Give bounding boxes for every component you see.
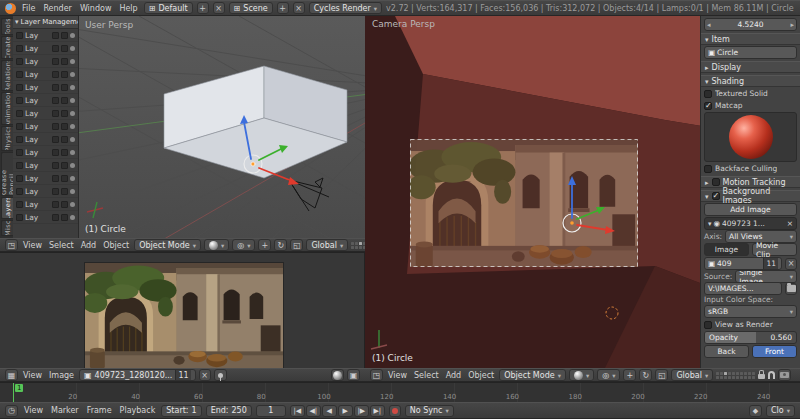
- users-count-button[interactable]: 11: [763, 258, 778, 269]
- playback-button-5[interactable]: ▶|: [370, 405, 385, 417]
- filepath-field[interactable]: V:\IMAGES...: [704, 282, 782, 295]
- menu-select[interactable]: Select: [412, 371, 441, 380]
- manipulator-scale-button[interactable]: [290, 239, 303, 251]
- layer-toggle-icon[interactable]: [16, 84, 23, 91]
- layer-toggle-icon[interactable]: [16, 136, 23, 143]
- layer-row[interactable]: Lay: [13, 55, 78, 68]
- layer-render-icon[interactable]: [61, 84, 68, 91]
- unlink-image-button[interactable]: ×: [199, 369, 211, 381]
- orientation-dropdown[interactable]: Global: [306, 239, 348, 251]
- editor-type-image-icon[interactable]: [5, 369, 18, 381]
- menu-image[interactable]: Image: [47, 371, 76, 380]
- layer-dot-icon[interactable]: [70, 176, 75, 181]
- layer-dot-icon[interactable]: [70, 46, 75, 51]
- layer-row[interactable]: Lay: [13, 133, 78, 146]
- panel-shading-header[interactable]: Shading: [701, 75, 800, 87]
- menu-add[interactable]: Add: [79, 241, 99, 250]
- layer-dot-icon[interactable]: [70, 72, 75, 77]
- layer-dot-icon[interactable]: [70, 137, 75, 142]
- layer-render-icon[interactable]: [61, 149, 68, 156]
- layer-visibility-icon[interactable]: [52, 45, 59, 52]
- layer-dot-icon[interactable]: [70, 98, 75, 103]
- layer-visibility-icon[interactable]: [52, 84, 59, 91]
- add-scene-button[interactable]: +: [277, 2, 289, 14]
- layer-row[interactable]: Lay: [13, 159, 78, 172]
- viewport-shading-dropdown[interactable]: [204, 239, 229, 251]
- layer-toggle-icon[interactable]: [16, 214, 23, 221]
- layer-row[interactable]: Lay: [13, 146, 78, 159]
- layer-dot-icon[interactable]: [70, 189, 75, 194]
- layer-toggle-icon[interactable]: [16, 45, 23, 52]
- timeline-ruler[interactable]: 20406080100120140160180200220240 1: [0, 382, 800, 402]
- manipulator-translate-button[interactable]: [258, 239, 271, 251]
- layer-dots[interactable]: [351, 242, 365, 249]
- toolshelf-tab-physics[interactable]: Physics: [1, 126, 13, 151]
- menu-view[interactable]: View: [21, 371, 44, 380]
- layer-visibility-icon[interactable]: [52, 97, 59, 104]
- layer-visibility-icon[interactable]: [52, 110, 59, 117]
- playback-button-1[interactable]: ◀|: [306, 405, 321, 417]
- menu-select[interactable]: Select: [47, 241, 76, 250]
- layer-row[interactable]: Lay: [13, 172, 78, 185]
- keying-icon[interactable]: [749, 405, 762, 417]
- layer-visibility-icon[interactable]: [52, 32, 59, 39]
- channel-rgb-button[interactable]: [331, 369, 344, 381]
- layer-dot-icon[interactable]: [70, 215, 75, 220]
- screen-layout-dropdown[interactable]: Default: [144, 2, 193, 14]
- menu-frame[interactable]: Frame: [85, 406, 114, 415]
- menu-marker[interactable]: Marker: [49, 406, 81, 415]
- layer-toggle-icon[interactable]: [16, 188, 23, 195]
- manipulator-rotate-button[interactable]: [639, 369, 652, 381]
- remove-entry-button[interactable]: ×: [787, 219, 793, 228]
- backface-culling-checkbox[interactable]: [704, 165, 712, 173]
- image-datablock-selector[interactable]: 409723_1280120... 11: [79, 369, 196, 381]
- dimension-field[interactable]: 4.5240: [704, 18, 797, 31]
- tab-image[interactable]: Image: [704, 243, 749, 256]
- display-channels-button[interactable]: [347, 369, 360, 381]
- playback-button-4[interactable]: |▶: [354, 405, 369, 417]
- layer-visibility-icon[interactable]: [52, 123, 59, 130]
- layer-toggle-icon[interactable]: [16, 71, 23, 78]
- textured-solid-checkbox[interactable]: [704, 90, 712, 98]
- delete-screen-button[interactable]: ×: [213, 2, 225, 14]
- layer-visibility-icon[interactable]: [52, 136, 59, 143]
- layer-row[interactable]: Lay: [13, 211, 78, 224]
- layer-toggle-icon[interactable]: [16, 110, 23, 117]
- layer-render-icon[interactable]: [61, 58, 68, 65]
- layer-render-icon[interactable]: [61, 214, 68, 221]
- layer-render-icon[interactable]: [61, 136, 68, 143]
- layer-dots[interactable]: [716, 372, 755, 379]
- editor-type-timeline-icon[interactable]: [5, 405, 18, 417]
- layer-render-icon[interactable]: [61, 162, 68, 169]
- image-datablock-field[interactable]: 409 11: [704, 257, 782, 270]
- layer-management-header[interactable]: Layer Management: [13, 16, 78, 29]
- layer-render-icon[interactable]: [61, 45, 68, 52]
- layer-toggle-icon[interactable]: [16, 123, 23, 130]
- layer-row[interactable]: Lay: [13, 94, 78, 107]
- background-image-entry[interactable]: 409723 1... ×: [704, 217, 797, 230]
- panel-background-images-header[interactable]: Background Images: [701, 190, 800, 202]
- layer-toggle-icon[interactable]: [16, 97, 23, 104]
- toolshelf-tab-misc[interactable]: Misc: [1, 220, 13, 236]
- manipulator-rotate-button[interactable]: [274, 239, 287, 251]
- open-file-button[interactable]: [785, 283, 797, 295]
- layer-row[interactable]: Lay: [13, 42, 78, 55]
- delete-scene-button[interactable]: ×: [293, 2, 305, 14]
- layer-row[interactable]: Lay: [13, 68, 78, 81]
- layer-toggle-icon[interactable]: [16, 175, 23, 182]
- layer-visibility-icon[interactable]: [52, 58, 59, 65]
- toolshelf-tab-animation[interactable]: Animation: [1, 92, 13, 125]
- menu-window[interactable]: Window: [78, 4, 114, 13]
- layer-render-icon[interactable]: [61, 97, 68, 104]
- render-opengl-button[interactable]: [778, 369, 791, 381]
- mode-dropdown[interactable]: Object Mode: [134, 239, 201, 251]
- front-button[interactable]: Front: [752, 345, 797, 358]
- add-image-button[interactable]: Add Image: [704, 203, 797, 216]
- view-as-render-checkbox[interactable]: [704, 321, 712, 329]
- layer-dot-icon[interactable]: [70, 85, 75, 90]
- start-frame-field[interactable]: Start: 1: [161, 405, 201, 417]
- users-count-button[interactable]: 11: [175, 370, 190, 380]
- layer-toggle-icon[interactable]: [16, 58, 23, 65]
- layer-dot-icon[interactable]: [70, 124, 75, 129]
- pin-button[interactable]: [214, 369, 227, 381]
